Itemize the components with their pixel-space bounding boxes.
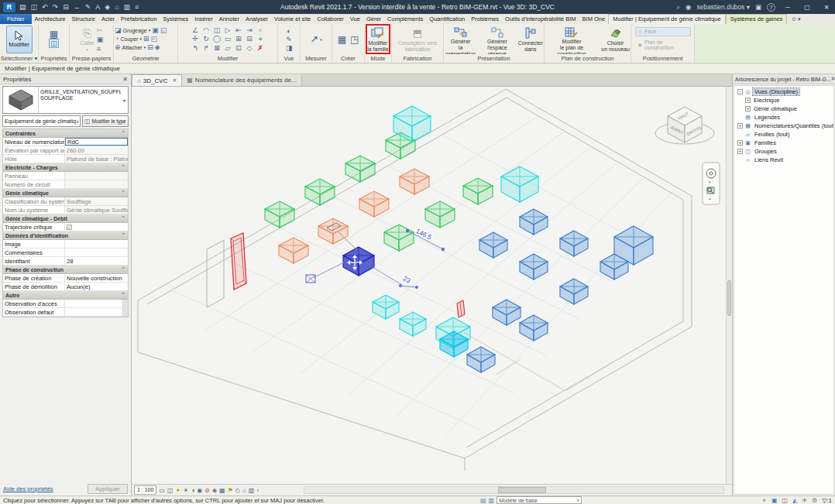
property-value[interactable]: ✓ [65, 223, 128, 231]
user-menu[interactable]: sebastien.dubos ▾ [696, 3, 750, 11]
tree-item-2[interactable]: +Génie climatique [734, 105, 833, 113]
modify-tool-icon-1-1[interactable]: ↻ [202, 35, 211, 43]
modify-tool-icon-1-5[interactable]: ⊟ [246, 35, 254, 43]
ribbon-tab-5[interactable]: Insérer [191, 14, 215, 24]
extra-geom-icon-6[interactable]: ◈ [155, 43, 160, 52]
help-icon[interactable]: ? [767, 3, 775, 12]
grille-box-b[interactable] [493, 300, 521, 325]
type-dropdown-icon[interactable]: ▾ [121, 87, 128, 113]
modify-tool-icon-2-6[interactable]: ✗ [256, 44, 265, 52]
modify-tool-icon-0-0[interactable]: ∠ [191, 26, 200, 34]
grille-box-c[interactable] [400, 312, 426, 336]
view-control-icon-5[interactable]: ◉ [197, 487, 202, 494]
revit-logo-icon[interactable]: R [3, 2, 15, 12]
tab-fichier[interactable]: Fichier [0, 14, 32, 24]
panel-label-modifier[interactable]: Modifier [178, 54, 277, 63]
view-control-icon-13[interactable]: ‹ [256, 487, 259, 494]
grille-box-b[interactable] [520, 209, 548, 235]
qat-icon-8[interactable]: ◈ [105, 3, 110, 11]
property-value[interactable] [65, 308, 122, 316]
property-section-4[interactable]: Données d'identification⌃ [3, 231, 128, 240]
tree-expander-icon[interactable]: + [737, 149, 743, 154]
modify-tool-icon-2-3[interactable]: ▱ [224, 44, 232, 52]
grille-box-g[interactable] [345, 156, 375, 182]
qat-icon-0[interactable]: ▤ [19, 3, 26, 11]
tree-item-3[interactable]: ▤Légendes [734, 113, 833, 122]
view-control-icon-0[interactable]: ▭ [159, 487, 165, 494]
ribbon-tab-9[interactable]: Collaborer [314, 14, 347, 24]
tab-contextual-modify[interactable]: Modifier | Equipement de génie climatiqu… [608, 14, 726, 24]
tree-item-4[interactable]: +▦Nomenclatures/Quantités (tout) [734, 122, 833, 130]
tree-item-6[interactable]: +▣Familles [734, 139, 833, 147]
modify-tool-icon-2-1[interactable]: ↱ [202, 44, 211, 52]
ribbon-tab-1[interactable]: Structure [69, 14, 98, 24]
tree-expander-icon[interactable]: - [737, 89, 743, 94]
link-check-icon[interactable]: ▣ [771, 497, 778, 504]
red-small-grille[interactable] [457, 300, 465, 317]
panel-label-geometrie[interactable]: Géométrie [114, 54, 177, 63]
properties-toggle-icon[interactable]: ◫ [49, 39, 59, 48]
worksets-icon[interactable]: ▤ [480, 497, 486, 504]
join-button[interactable]: Attacher [122, 43, 143, 52]
design-to-fabrication-button[interactable]: ⬒ Conception vers fabrication [398, 25, 438, 53]
grille-box-g[interactable] [384, 225, 414, 251]
ribbon-tab-3[interactable]: Préfabrication [118, 14, 160, 24]
create-similar-icon[interactable]: ◳ [350, 36, 359, 43]
checkbox-icon[interactable]: ✓ [67, 225, 72, 230]
modify-tool-icon-1-0[interactable]: ✛ [191, 35, 200, 43]
settings-icon[interactable]: ⚙ [812, 497, 817, 504]
view-control-icon-11[interactable]: ⌂ [242, 487, 246, 494]
grille-box-b[interactable] [467, 347, 495, 372]
qat-icon-9[interactable]: ⌂ [115, 3, 119, 11]
section-collapse-icon[interactable]: ⌃ [121, 130, 125, 136]
red-wall-grille[interactable] [231, 233, 246, 290]
view-control-icon-9[interactable]: ⚑ [228, 487, 233, 494]
extra-geom-icon-1[interactable]: ▣ [152, 26, 159, 35]
ribbon-display-toggle-icon[interactable]: ⊙ ▾ [792, 14, 800, 24]
pick-new-workplane-button[interactable]: Choisir un nouveau [601, 25, 630, 53]
selection-filter-count[interactable]: ▽:1 [822, 497, 832, 504]
property-section-3[interactable]: Génie climatique - Débit⌃ [3, 214, 128, 223]
connect-into-button[interactable]: Connecter dans [518, 25, 543, 53]
view-control-icon-2[interactable]: ✦ [176, 487, 181, 494]
grille-box-o[interactable] [400, 169, 429, 194]
section-collapse-icon[interactable]: ⌃ [121, 215, 125, 221]
qat-icon-10[interactable]: ▥ [124, 3, 131, 11]
grille-box-g[interactable] [425, 201, 455, 228]
ribbon-tab-0[interactable]: Architecture [32, 14, 69, 24]
panel-label-vue[interactable]: Vue [278, 54, 300, 63]
view-control-icon-6[interactable]: ⊘ [204, 487, 210, 494]
design-options-icon[interactable]: ▥ [489, 497, 495, 504]
ribbon-tab-4[interactable]: Systèmes [160, 14, 191, 24]
tree-item-0[interactable]: -◎Vues (Discipline) [734, 87, 833, 96]
tab-systemes-de-gaines[interactable]: Systèmes de gaines [726, 14, 788, 24]
property-section-2[interactable]: Génie climatique⌃ [3, 189, 128, 197]
view-visibility-icon[interactable]: ◐ [287, 27, 290, 35]
close-button[interactable]: ✕ [820, 4, 833, 11]
panel-label-selectionner[interactable]: Sélectionner ▾ [0, 54, 38, 63]
modify-tool-icon-2-4[interactable]: ⊡ [235, 44, 243, 52]
grille-box-o[interactable] [279, 238, 308, 263]
panel-label-fabrication[interactable]: Fabrication [392, 54, 443, 63]
view-tab-close-icon[interactable]: ✕ [172, 77, 177, 84]
navigation-bar[interactable]: ▾ ▾ [703, 163, 720, 204]
minimize-button[interactable]: ─ [781, 4, 795, 11]
worker-icon[interactable]: ✦ [761, 497, 767, 504]
panel-label-positionnement[interactable]: Positionnement [631, 54, 694, 63]
vertical-scroll-thumb[interactable] [727, 280, 731, 316]
view-hide-icon[interactable]: ◨ [286, 44, 293, 52]
modify-tool-icon-0-2[interactable]: ◫ [213, 26, 222, 34]
user-avatar-icon[interactable]: ◉ [686, 3, 691, 11]
modify-tool-icon-0-5[interactable]: ⇥ [246, 26, 254, 34]
grille-box-g[interactable] [305, 179, 335, 205]
type-selector[interactable]: GRILLE_VENTILATION_SOUFFLAGE SOUFFLAGE ▾ [2, 86, 129, 114]
ribbon-tab-2[interactable]: Acier [98, 14, 118, 24]
section-collapse-icon[interactable]: ⌃ [121, 292, 125, 298]
ribbon-tab-8[interactable]: Volume et site [271, 14, 314, 24]
modify-tool-icon-0-4[interactable]: ⇤ [235, 26, 243, 34]
tree-item-7[interactable]: +◫Groupes [734, 147, 833, 156]
qat-icon-11[interactable]: ≡ [135, 3, 139, 11]
property-value[interactable] [65, 172, 128, 180]
property-section-6[interactable]: Autre⌃ [3, 291, 128, 300]
qat-icon-7[interactable]: A [95, 3, 100, 11]
